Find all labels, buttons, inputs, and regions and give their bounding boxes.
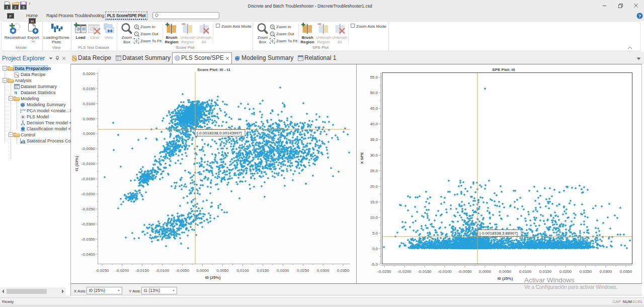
- svg-text:-0,0150: -0,0150: [418, 269, 432, 274]
- svg-text:0,0200: 0,0200: [277, 268, 289, 273]
- svg-text:-0,0250: -0,0250: [377, 269, 391, 274]
- svg-text:45,0: 45,0: [370, 106, 378, 111]
- svg-text:[-0.0018338,0.00143997]: [-0.0018338,0.00143997]: [197, 131, 242, 135]
- svg-text:0,0300: 0,0300: [317, 268, 330, 273]
- svg-text:-0,0200: -0,0200: [397, 269, 412, 274]
- svg-text:-0,0050: -0,0050: [458, 269, 472, 274]
- svg-text:-0,0400: -0,0400: [82, 252, 96, 257]
- svg-text:25,0: 25,0: [370, 169, 378, 173]
- svg-text:0,0300: 0,0300: [600, 269, 612, 274]
- svg-text:0,0050: 0,0050: [499, 269, 512, 274]
- svg-text:-0,0200: -0,0200: [82, 192, 96, 196]
- svg-text:SPE Plot: t0: SPE Plot: t0: [492, 67, 515, 72]
- svg-text:-0,0100: -0,0100: [438, 269, 452, 274]
- svg-text:0,0250: 0,0250: [580, 269, 592, 274]
- svg-text:40,0: 40,0: [370, 122, 378, 126]
- svg-text:10,0: 10,0: [370, 215, 378, 220]
- svg-text:0,0150: 0,0150: [257, 268, 269, 273]
- svg-text:t0 (25%): t0 (25%): [205, 275, 221, 280]
- svg-text:20,0: 20,0: [370, 184, 378, 189]
- svg-text:-0,0150: -0,0150: [82, 177, 96, 181]
- svg-text:0,0100: 0,0100: [519, 269, 532, 274]
- svg-text:0,0050: 0,0050: [216, 268, 229, 273]
- svg-text:-0,0200: -0,0200: [115, 268, 129, 273]
- svg-text:t0 (25%): t0 (25%): [498, 276, 513, 281]
- svg-text:-0,0150: -0,0150: [135, 268, 149, 273]
- svg-text:0,0200: 0,0200: [559, 269, 572, 274]
- svg-text:0,0100: 0,0100: [83, 102, 96, 106]
- svg-text:50,0: 50,0: [370, 91, 378, 95]
- svg-text:15,0: 15,0: [370, 200, 378, 204]
- svg-text:0,0000: 0,0000: [196, 268, 209, 273]
- svg-text:0,0: 0,0: [372, 247, 378, 251]
- svg-text:-0,0250: -0,0250: [82, 207, 96, 211]
- svg-text:X SPE: X SPE: [360, 152, 364, 164]
- svg-text:0,0000: 0,0000: [83, 131, 96, 136]
- svg-text:-0,0100: -0,0100: [82, 162, 96, 166]
- svg-text:0,0350: 0,0350: [620, 269, 632, 274]
- svg-text:-0,0050: -0,0050: [176, 268, 190, 273]
- svg-text:0,0150: 0,0150: [83, 87, 96, 91]
- svg-text:-0,0100: -0,0100: [155, 268, 170, 273]
- svg-text:-0,0250: -0,0250: [95, 268, 109, 273]
- svg-text:-0,0300: -0,0300: [82, 222, 96, 226]
- svg-text:0,0350: 0,0350: [337, 268, 350, 273]
- svg-text:0,0100: 0,0100: [236, 268, 249, 273]
- svg-text:55,0: 55,0: [370, 75, 378, 80]
- svg-text:-0,0050: -0,0050: [82, 146, 96, 151]
- svg-text:30,0: 30,0: [370, 153, 378, 158]
- svg-text:Score Plot: t0 - t1: Score Plot: t0 - t1: [197, 67, 230, 72]
- svg-text:35,0: 35,0: [370, 137, 378, 142]
- svg-text:5,0: 5,0: [372, 231, 378, 236]
- svg-text:0,0250: 0,0250: [297, 268, 309, 273]
- svg-text:t1 (13%): t1 (13%): [74, 156, 79, 171]
- svg-text:0,0050: 0,0050: [83, 117, 96, 121]
- svg-text:0,0150: 0,0150: [539, 269, 552, 274]
- svg-text:0,0000: 0,0000: [479, 269, 492, 274]
- svg-text:0,0200: 0,0200: [83, 71, 96, 76]
- svg-text:-5,0: -5,0: [371, 262, 378, 267]
- svg-text:-0,0350: -0,0350: [82, 237, 96, 242]
- svg-text:[-0.0018338,3.88907]: [-0.0018338,3.88907]: [479, 231, 518, 236]
